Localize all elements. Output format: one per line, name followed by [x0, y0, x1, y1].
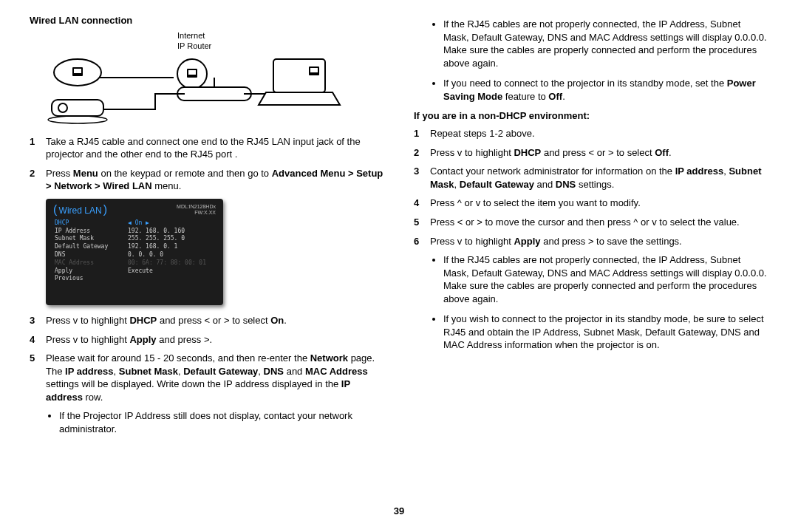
menu-row: DNS0. 0. 0. 0	[53, 251, 216, 259]
menu-row: IP Address192. 168. 0. 160	[53, 228, 216, 236]
menu-row: DHCP◀ On ▶	[53, 219, 216, 228]
svg-rect-5	[188, 70, 196, 75]
step-item: Press v to highlight DHCP and press < or…	[30, 314, 384, 327]
page-number: 39	[0, 505, 798, 516]
diagram-svg	[30, 52, 347, 126]
svg-point-10	[48, 116, 107, 123]
paren-open-icon: (	[53, 203, 57, 216]
menu-row: Default Gateway192. 168. 0. 1	[53, 243, 216, 251]
right-bottom-bullets: If the RJ45 cables are not properly conn…	[414, 253, 768, 352]
menu-row: Subnet Mask255. 255. 255. 0	[53, 235, 216, 243]
svg-rect-2	[74, 69, 81, 73]
page-content: Wired LAN connection Internet IP Router	[0, 0, 798, 502]
diagram-label-router: IP Router	[177, 41, 384, 51]
step-item: Press ^ or v to select the item you want…	[414, 197, 768, 210]
steps-list-a: Take a RJ45 cable and connect one end to…	[30, 135, 384, 193]
bullet-item: If the RJ45 cables are not properly conn…	[443, 253, 768, 305]
left-bullet-item: If the Projector IP Address still does n…	[59, 409, 384, 435]
bullet-item: If the RJ45 cables are not properly conn…	[443, 18, 768, 69]
svg-rect-8	[52, 100, 103, 116]
menu-row: Previous	[53, 275, 216, 283]
right-steps: Repeat steps 1-2 above.Press v to highli…	[414, 127, 768, 248]
step-item: Press Menu on the keypad or remote and t…	[30, 167, 384, 193]
menu-row: ApplyExecute	[53, 267, 216, 276]
svg-rect-13	[310, 68, 318, 72]
diagram-label-internet: Internet	[177, 30, 384, 41]
step-item: Contact your network administrator for i…	[414, 165, 768, 191]
svg-rect-11	[273, 59, 325, 92]
non-dhcp-heading: If you are in a non-DHCP environment:	[414, 110, 768, 121]
right-column: If the RJ45 cables are not properly conn…	[414, 15, 768, 495]
wired-lan-menu-screenshot: ( Wired LAN ) MDL:IN2128HDx FW:X.XX DHCP…	[46, 199, 223, 305]
step-item: Press v to highlight Apply and press >.	[30, 333, 384, 347]
step-item: Press v to highlight DHCP and press < or…	[414, 146, 768, 160]
connection-diagram: Internet IP Router	[30, 30, 384, 128]
right-top-bullets: If the RJ45 cables are not properly conn…	[414, 18, 768, 103]
bullet-item: If you wish to connect to the projector …	[443, 313, 768, 352]
left-bullet-list: If the Projector IP Address still does n…	[30, 409, 384, 435]
step-item: Press < or > to move the cursor and then…	[414, 216, 768, 229]
svg-rect-6	[177, 87, 251, 100]
step-item: Repeat steps 1-2 above.	[414, 127, 768, 140]
paren-close-icon: )	[103, 203, 107, 216]
menu-table: DHCP◀ On ▶IP Address192. 168. 0. 160Subn…	[53, 219, 216, 283]
steps-list-b: Press v to highlight DHCP and press < or…	[30, 314, 384, 403]
bullet-item: If you need to connect to the projector …	[443, 77, 768, 103]
section-heading: Wired LAN connection	[30, 15, 384, 26]
menu-title: Wired LAN	[59, 205, 102, 216]
step-item: Press v to highlight Apply and press > t…	[414, 235, 768, 248]
menu-fw: FW:X.XX	[177, 210, 216, 216]
step-item: Please wait for around 15 - 20 seconds, …	[30, 352, 384, 403]
menu-row: MAC Address00: 6A: 77: 88: 00: 01	[53, 259, 216, 267]
menu-model: MDL:IN2128HDx	[177, 204, 216, 210]
step-item: Take a RJ45 cable and connect one end to…	[30, 135, 384, 161]
left-column: Wired LAN connection Internet IP Router	[30, 15, 384, 495]
